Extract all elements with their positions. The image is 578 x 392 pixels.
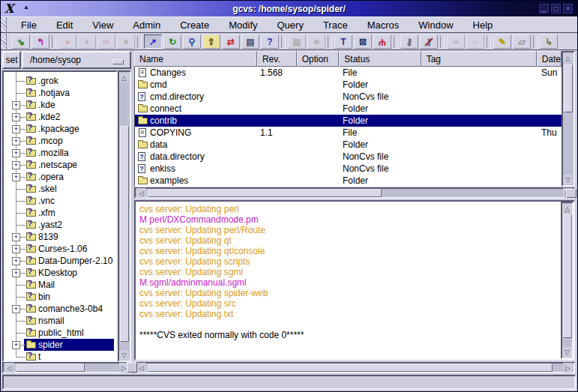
tree-item-spider[interactable]: +spider xyxy=(4,339,116,351)
tree-item-.xfm[interactable]: ?.xfm xyxy=(4,207,116,219)
tree-expand-icon[interactable]: + xyxy=(12,233,20,241)
tree-expand-icon[interactable]: + xyxy=(12,161,20,169)
ignore-icon[interactable]: ⊠ xyxy=(354,34,372,49)
tree-expand-icon[interactable]: + xyxy=(12,305,20,313)
unedit-icon[interactable]: ▱ xyxy=(513,34,531,49)
modules-icon[interactable]: Ψ xyxy=(373,34,391,49)
tree-item-t[interactable]: ?t xyxy=(4,351,116,362)
menu-query[interactable]: Query xyxy=(268,18,313,32)
login-icon[interactable]: ⚷ xyxy=(400,34,418,49)
edit-icon[interactable]: ✎ xyxy=(493,34,511,49)
file-list-vscrollbar[interactable]: △ ▽ xyxy=(562,51,575,187)
inspect-icon[interactable]: ⚲ xyxy=(183,34,201,49)
tree-item-comanche3-0b4[interactable]: +?comanche3-0b4 xyxy=(4,303,116,315)
toolbar-grip-handle[interactable] xyxy=(1,34,7,49)
scroll-up-icon[interactable]: △ xyxy=(563,53,573,63)
tree-item-Data-Dumper-2.10[interactable]: +?Data-Dumper-2.10 xyxy=(4,255,116,267)
scroll-left-icon[interactable]: ◁ xyxy=(136,363,146,373)
up-folder-icon[interactable]: ⇧ xyxy=(202,34,220,49)
pane-splitter-handle[interactable] xyxy=(127,362,137,373)
tree-item-.yast2[interactable]: ?.yast2 xyxy=(4,219,116,231)
path-combobox[interactable]: /home/sysop xyxy=(22,51,131,69)
update-icon[interactable]: ⇘ xyxy=(12,34,30,49)
scroll-up-icon[interactable]: △ xyxy=(119,73,129,82)
scroll-up-icon[interactable]: △ xyxy=(562,204,572,214)
tree-item-nsmail[interactable]: ?nsmail xyxy=(4,315,116,327)
menu-trace[interactable]: Trace xyxy=(313,18,358,32)
column-name[interactable]: Name xyxy=(134,51,257,67)
file-list-vscroll-thumb[interactable] xyxy=(564,64,573,112)
tree-expand-icon[interactable]: + xyxy=(12,269,20,277)
edit-text-icon[interactable]: T xyxy=(334,34,352,49)
console-hscroll-thumb[interactable] xyxy=(148,364,553,372)
tree-expand-icon[interactable]: + xyxy=(12,149,20,157)
tree-item-bin[interactable]: ?bin xyxy=(4,291,116,303)
tree-item-Curses-1.06[interactable]: +?Curses-1.06 xyxy=(4,243,116,255)
tree-item-.mcop[interactable]: +?.mcop xyxy=(4,135,116,147)
scroll-right-icon[interactable]: ▷ xyxy=(563,363,573,373)
file-row-connect[interactable]: connectFolder xyxy=(135,103,562,115)
tree-hscroll-thumb[interactable] xyxy=(16,364,85,372)
tree-item-public_html[interactable]: ?public_html xyxy=(4,327,116,339)
set-button[interactable]: set xyxy=(2,51,21,69)
tree-item-8139[interactable]: +?8139 xyxy=(4,231,116,243)
release-icon[interactable]: ↳ xyxy=(540,34,558,49)
maximize-button[interactable]: ▢ xyxy=(551,4,561,13)
file-row-Changes[interactable]: Changes1.568FileSun xyxy=(135,67,562,79)
tree-item-.grok[interactable]: ?.grok xyxy=(4,75,116,87)
logout-icon[interactable]: ⚷ xyxy=(420,34,438,49)
menu-file[interactable]: File xyxy=(11,18,46,32)
tree-item-.kde[interactable]: +?.kde xyxy=(4,99,116,111)
file-list-hscrollbar[interactable]: ◁ ▷ xyxy=(134,187,575,199)
tree-item-.netscape[interactable]: +?.netscape xyxy=(4,159,116,171)
tree-expand-icon[interactable]: + xyxy=(12,245,20,253)
menu-view[interactable]: View xyxy=(82,18,123,32)
scroll-left-icon[interactable]: ◁ xyxy=(4,363,14,373)
menu-macros[interactable]: Macros xyxy=(358,18,409,32)
file-row-examples[interactable]: examplesFolder xyxy=(135,175,562,187)
tree-expand-icon[interactable]: + xyxy=(12,101,20,109)
menu-create[interactable]: Create xyxy=(170,18,219,32)
cvs-output-console[interactable]: cvs server: Updating perlM perl/DXComman… xyxy=(134,200,575,361)
tree-vscroll-thumb[interactable] xyxy=(120,126,129,342)
file-row-data[interactable]: dataFolder xyxy=(135,139,562,151)
scroll-down-icon[interactable]: ▽ xyxy=(563,175,573,184)
file-row-contrib[interactable]: contribFolder xyxy=(135,115,562,127)
menubar-grip-handle[interactable] xyxy=(1,17,7,32)
console-hscrollbar[interactable]: ◁ ▷ xyxy=(134,362,575,373)
tree-item-.mozilla[interactable]: +?.mozilla xyxy=(4,147,116,159)
tree-expand-icon[interactable]: + xyxy=(12,341,20,349)
minimize-button[interactable]: ▁ xyxy=(539,4,549,13)
file-row-enkiss[interactable]: ?enkissNonCvs file xyxy=(135,163,562,175)
diff-icon[interactable]: ⇄ xyxy=(222,34,240,49)
title-bar[interactable]: X ▲ gcvs: /home/sysop/spider/ ▁ ▢ ✕ xyxy=(1,1,577,16)
commit-icon[interactable]: ↰ xyxy=(31,34,49,49)
close-button[interactable]: ✕ xyxy=(563,4,573,13)
column-option[interactable]: Option xyxy=(297,51,340,67)
tree-expand-icon[interactable]: + xyxy=(12,113,20,121)
tree-expand-icon[interactable]: + xyxy=(12,173,20,181)
tree-expand-icon[interactable]: + xyxy=(12,137,20,145)
menu-edit[interactable]: Edit xyxy=(46,18,82,32)
tree-item-.vnc[interactable]: ?.vnc xyxy=(4,195,116,207)
column-status[interactable]: Status xyxy=(339,51,421,67)
tree-item-.opera[interactable]: +?.opera xyxy=(4,171,116,183)
file-row-cmd.directory[interactable]: ?cmd.directoryNonCvs file xyxy=(135,91,562,103)
tree-expand-icon[interactable]: + xyxy=(12,125,20,133)
file-list-hscroll-thumb[interactable] xyxy=(148,189,382,197)
tree-item-.kpackage[interactable]: +?.kpackage xyxy=(4,123,116,135)
console-vscrollbar[interactable]: △ ▽ xyxy=(561,202,574,359)
menu-modify[interactable]: Modify xyxy=(219,18,267,32)
file-row-data.directory[interactable]: ?data.directoryNonCvs file xyxy=(135,151,562,163)
refresh-icon[interactable]: ↻ xyxy=(163,34,181,49)
scroll-left-icon[interactable]: ◁ xyxy=(136,188,146,198)
tree-hscrollbar[interactable]: ◁ ▷ xyxy=(2,362,131,373)
tree-item-.skel[interactable]: ?.skel xyxy=(4,183,116,195)
tree-item-.kde2[interactable]: +?.kde2 xyxy=(4,111,116,123)
status-icon[interactable]: ? xyxy=(261,34,279,49)
menu-admin[interactable]: Admin xyxy=(123,18,170,32)
scroll-down-icon[interactable]: ▽ xyxy=(562,347,572,357)
log-icon[interactable]: ▤ xyxy=(241,34,259,49)
scroll-down-icon[interactable]: ▽ xyxy=(119,350,129,360)
column-rev[interactable]: Rev. xyxy=(257,51,297,67)
